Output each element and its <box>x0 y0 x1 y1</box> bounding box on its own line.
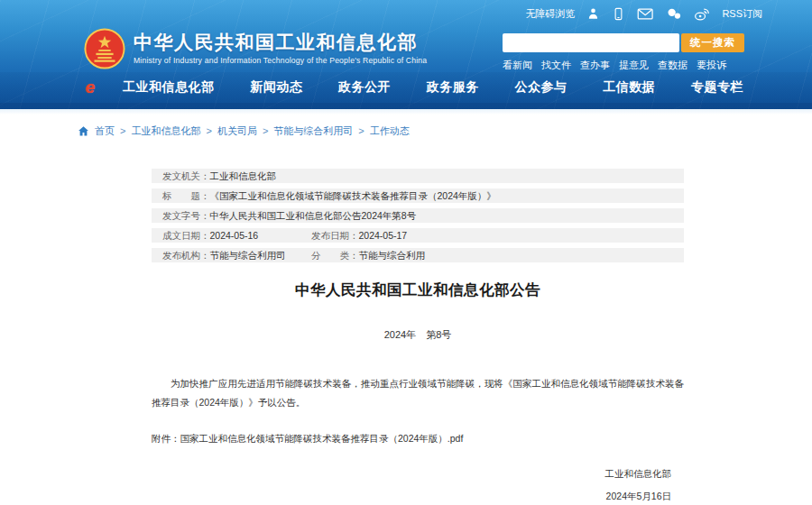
quick-link-5[interactable]: 要投诉 <box>697 59 726 72</box>
meta-cell: 发文字号：中华人民共和国工业和信息化部公告2024年第8号 <box>162 210 416 221</box>
quick-links: 看新闻找文件查办事提意见查数据要投诉 <box>503 59 744 72</box>
document-area: 发文机关：工业和信息化部标 题：《国家工业和信息化领域节能降碳技术装备推荐目录（… <box>152 169 684 505</box>
meta-label: 发文字号： <box>162 210 210 221</box>
rss-link[interactable]: RSS订阅 <box>722 7 762 21</box>
meta-label: 发文机关： <box>162 170 210 181</box>
attachment-link[interactable]: 附件：国家工业和信息化领域节能降碳技术装备推荐目录（2024年版）.pdf <box>152 433 684 445</box>
nav-item-4[interactable]: 公众参与 <box>515 79 567 96</box>
breadcrumb-separator: > <box>206 125 211 136</box>
quick-link-2[interactable]: 查办事 <box>580 59 610 72</box>
nav-item-2[interactable]: 政务公开 <box>338 79 391 96</box>
mobile-icon[interactable] <box>612 7 625 21</box>
quick-link-0[interactable]: 看新闻 <box>503 59 532 72</box>
meta-label: 成文日期： <box>162 230 210 241</box>
quick-link-3[interactable]: 提意见 <box>619 59 649 72</box>
quick-link-1[interactable]: 找文件 <box>541 59 571 72</box>
meta-row-3: 成文日期：2024-05-16发布日期：2024-05-17 <box>152 228 684 243</box>
meta-cell: 标 题：《国家工业和信息化领域节能降碳技术装备推荐目录（2024年版）》 <box>162 190 496 201</box>
meta-value: 《国家工业和信息化领域节能降碳技术装备推荐目录（2024年版）》 <box>210 190 496 201</box>
meta-cell: 发布日期：2024-05-17 <box>311 228 407 243</box>
national-emblem-icon <box>84 28 125 69</box>
meta-label: 分 类： <box>311 250 359 261</box>
breadcrumb-item-1[interactable]: 工业和信息化部 <box>131 124 200 138</box>
breadcrumb: 首页>工业和信息化部>机关司局>节能与综合利用司>工作动态 <box>78 123 812 139</box>
search-button[interactable]: 统一搜索 <box>681 33 744 52</box>
meta-row-4: 发布机构：节能与综合利用司分 类：节能与综合利用 <box>152 248 684 262</box>
topbar: 无障碍浏览 RSS订阅 <box>0 0 812 27</box>
nav-item-0[interactable]: 工业和信息化部 <box>123 79 215 96</box>
meta-row-0: 发文机关：工业和信息化部 <box>152 169 684 183</box>
quick-link-4[interactable]: 查数据 <box>658 59 687 72</box>
meta-row-1: 标 题：《国家工业和信息化领域节能降碳技术装备推荐目录（2024年版）》 <box>152 188 684 203</box>
breadcrumb-separator: > <box>263 125 268 136</box>
page: 无障碍浏览 RSS订阅 <box>0 0 812 505</box>
breadcrumb-separator: > <box>120 125 125 136</box>
wechat-icon[interactable] <box>666 7 682 21</box>
accessibility-link[interactable]: 无障碍浏览 <box>525 7 575 21</box>
meta-value: 2024-05-17 <box>359 230 408 241</box>
breadcrumb-item-0[interactable]: 首页 <box>95 124 115 138</box>
meta-label: 发布日期： <box>311 230 359 241</box>
breadcrumb-separator: > <box>358 125 364 136</box>
nav-item-3[interactable]: 政务服务 <box>427 79 479 96</box>
meta-label: 标 题： <box>162 190 210 201</box>
search-input[interactable] <box>503 33 679 52</box>
site-title: 中华人民共和国工业和信息化部 <box>134 31 427 54</box>
site-banner: 无障碍浏览 RSS订阅 <box>0 0 812 109</box>
meta-value: 2024-05-16 <box>210 230 259 241</box>
mascot-icon[interactable] <box>586 7 600 21</box>
nav-item-5[interactable]: 工信数据 <box>603 79 655 96</box>
search-cluster: 统一搜索 看新闻找文件查办事提意见查数据要投诉 <box>503 33 744 72</box>
breadcrumb-item-3[interactable]: 节能与综合利用司 <box>273 124 353 138</box>
meta-label: 发布机构： <box>162 250 210 261</box>
document-paragraph: 为加快推广应用先进适用节能降碳技术装备，推动重点行业领域节能降碳，现将《国家工业… <box>152 374 684 412</box>
weibo-icon[interactable] <box>694 7 710 21</box>
signature-block: 工业和信息化部 2024年5月16日 <box>152 463 684 505</box>
meta-table: 发文机关：工业和信息化部标 题：《国家工业和信息化领域节能降碳技术装备推荐目录（… <box>152 169 684 262</box>
meta-cell: 发布机构：节能与综合利用司 <box>162 250 286 261</box>
issue-number: 2024年 第8号 <box>152 328 684 342</box>
signature-agency: 工业和信息化部 <box>152 463 671 485</box>
meta-cell: 分 类：节能与综合利用 <box>311 248 425 262</box>
header: 中华人民共和国工业和信息化部 Ministry of Industry and … <box>0 27 812 72</box>
mail-icon[interactable] <box>637 7 653 21</box>
breadcrumb-item-2[interactable]: 机关司局 <box>217 124 257 138</box>
miit-logo-icon[interactable]: e <box>81 78 99 96</box>
meta-value: 节能与综合利用 <box>359 250 426 261</box>
site-subtitle: Ministry of Industry and Information Tec… <box>134 56 427 65</box>
meta-value: 工业和信息化部 <box>210 170 277 181</box>
meta-value: 节能与综合利用司 <box>210 250 286 261</box>
main-nav: e 工业和信息化部新闻动态政务公开政务服务公众参与工信数据专题专栏 <box>0 72 812 109</box>
meta-cell: 发文机关：工业和信息化部 <box>162 170 276 181</box>
document-title: 中华人民共和国工业和信息化部公告 <box>152 280 684 300</box>
meta-value: 中华人民共和国工业和信息化部公告2024年第8号 <box>210 210 417 221</box>
banner-fade <box>0 109 812 115</box>
home-icon[interactable] <box>78 125 89 137</box>
breadcrumb-item-4[interactable]: 工作动态 <box>370 124 410 138</box>
meta-cell: 成文日期：2024-05-16 <box>162 230 258 241</box>
meta-row-2: 发文字号：中华人民共和国工业和信息化部公告2024年第8号 <box>152 208 684 223</box>
nav-item-1[interactable]: 新闻动态 <box>250 79 302 96</box>
signature-date: 2024年5月16日 <box>152 485 671 505</box>
nav-item-6[interactable]: 专题专栏 <box>691 79 743 96</box>
